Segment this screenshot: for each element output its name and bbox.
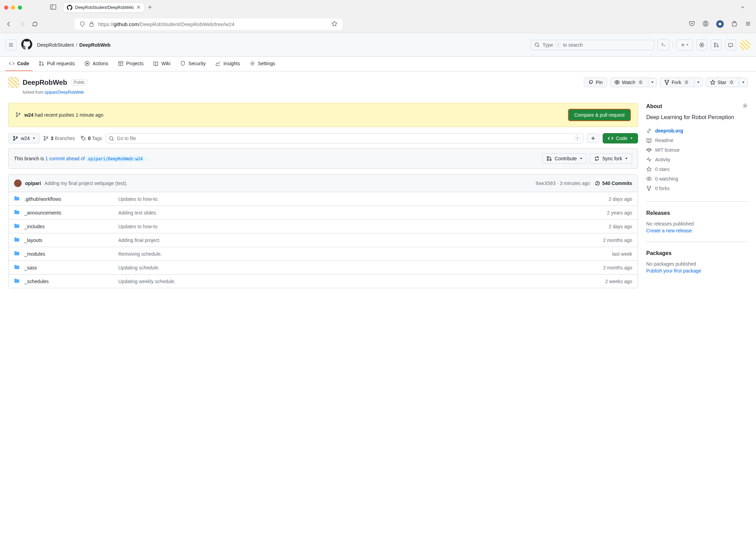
stars-row[interactable]: 0 stars [646,164,748,174]
play-icon [84,61,90,66]
svg-point-56 [44,136,45,138]
tab-code[interactable]: Code [5,57,33,71]
pocket-icon[interactable] [689,21,695,28]
pull-requests-button[interactable] [711,39,722,50]
tab-overflow-icon[interactable] [740,5,745,11]
account-icon[interactable] [702,21,709,28]
search-input[interactable]: Type / to search [531,40,654,50]
pulse-icon [646,157,652,162]
new-tab-button[interactable] [146,3,154,12]
svg-point-67 [550,159,551,161]
tab-insights[interactable]: Insights [212,57,243,71]
forward-button[interactable] [18,21,26,27]
fork-dropdown[interactable] [694,78,703,87]
repo-owner-avatar[interactable] [8,77,19,88]
visibility-badge: Public [71,79,88,85]
file-commit-message[interactable]: Updates to how-to. [118,196,604,202]
breadcrumb-repo[interactable]: DeepRobWeb [79,42,110,48]
create-release-link[interactable]: Create a new release [646,228,692,233]
command-palette-button[interactable] [658,39,669,50]
back-button[interactable] [5,21,13,27]
history-icon [595,181,600,186]
commit-message[interactable]: Adding my final project webpage (test). [45,181,128,186]
file-name[interactable]: _modules [24,251,114,257]
svg-point-43 [665,80,666,81]
file-commit-message[interactable]: Adding test slides. [118,210,602,216]
file-name[interactable]: _schedules [24,279,114,284]
file-commit-message[interactable]: Removing schedule. [118,251,607,257]
fork-button[interactable]: Fork 0 [660,78,694,87]
file-name[interactable]: _layouts [24,237,114,243]
extension-icon[interactable] [716,20,724,28]
commit-sha[interactable]: 9ae3503 [535,181,556,186]
watch-dropdown[interactable] [648,78,657,87]
forks-row[interactable]: 0 forks [646,184,748,193]
close-window-button[interactable] [4,5,8,10]
license-row[interactable]: MIT license [646,145,748,155]
nav-menu-button[interactable] [5,39,16,50]
extensions-icon[interactable] [731,21,737,28]
file-commit-message[interactable]: Updating schedule. [118,265,598,270]
contribute-button[interactable]: Contribute [542,153,587,164]
star-dropdown[interactable] [739,78,748,87]
watch-button[interactable]: Watch 0 [610,78,648,87]
user-avatar[interactable] [740,39,751,50]
compare-ahead-link[interactable]: 1 commit ahead of [45,156,85,161]
tab-settings[interactable]: Settings [246,57,279,71]
forked-from-link[interactable]: opipari/DeepRobWeb [45,90,84,95]
code-dropdown-button[interactable]: Code [603,133,638,143]
sidebar-toggle-icon[interactable] [50,4,56,11]
tags-link[interactable]: 0 Tags [81,136,102,141]
tab-actions[interactable]: Actions [81,57,112,71]
watching-row[interactable]: 0 watching [646,174,748,184]
tab-wiki[interactable]: Wiki [150,57,174,71]
file-commit-message[interactable]: Adding final project. [118,237,598,243]
compare-pull-request-button[interactable]: Compare & pull request [568,109,631,121]
about-settings-button[interactable] [742,103,748,109]
activity-row[interactable]: Activity [646,155,748,164]
tab-projects[interactable]: Projects [115,57,147,71]
svg-rect-6 [90,24,93,26]
file-name[interactable]: _includes [24,224,114,229]
notifications-button[interactable] [725,39,736,50]
file-name[interactable]: .github/workflows [24,196,114,202]
file-commit-message[interactable]: Updating weekly schedule. [118,279,600,284]
go-to-file-input[interactable] [106,133,583,143]
svg-marker-64 [630,138,633,139]
reload-button[interactable] [31,21,39,27]
tab-close-icon[interactable] [137,5,141,10]
repo-name[interactable]: DeepRobWeb [23,79,67,86]
commit-author[interactable]: opipari [25,181,41,186]
eye-icon [646,176,652,182]
star-button[interactable]: Star 0 [706,78,739,87]
about-heading: About [646,103,662,109]
app-menu-icon[interactable] [745,21,751,28]
website-link[interactable]: deeprob.org [655,128,683,134]
branch-selector[interactable]: w24 [8,133,40,143]
browser-tab[interactable]: DeepRobStudent/DeepRobWeb [63,2,144,13]
file-name[interactable]: _sass [24,265,114,270]
breadcrumb-owner[interactable]: DeepRobStudent [37,42,74,48]
file-commit-message[interactable]: Updates to how-to. [118,224,604,229]
create-new-button[interactable] [676,39,693,50]
url-bar[interactable]: https://github.com/DeepRobStudent/DeepRo… [75,19,342,30]
base-branch-ref[interactable]: opipari/DeepRobWeb:w24 [86,156,145,162]
file-name[interactable]: _announcements [24,210,114,216]
sync-fork-button[interactable]: Sync fork [590,153,632,164]
tab-pull-requests[interactable]: Pull requests [35,57,78,71]
issues-button[interactable] [696,39,707,50]
readme-row[interactable]: Readme [646,136,748,145]
tab-security[interactable]: Security [177,57,209,71]
maximize-window-button[interactable] [18,5,22,10]
branches-link[interactable]: 3 Branches [43,136,75,141]
add-file-button[interactable] [587,134,599,143]
publish-package-link[interactable]: Publish your first package [646,268,701,274]
bookmark-star-icon[interactable] [331,21,338,28]
minimize-window-button[interactable] [11,5,15,10]
pin-button[interactable]: Pin [584,78,607,87]
url-text: https://github.com/DeepRobStudent/DeepRo… [98,21,234,27]
github-logo-icon[interactable] [21,39,32,51]
commits-link[interactable]: 540 Commits [595,181,632,186]
commit-author-avatar[interactable] [14,179,22,187]
svg-marker-24 [686,44,688,46]
